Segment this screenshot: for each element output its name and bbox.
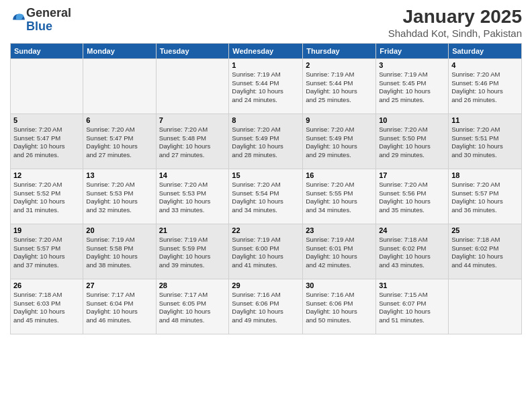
week-row-1: 1Sunrise: 7:19 AM Sunset: 5:44 PM Daylig… (11, 58, 522, 113)
calendar-cell: 12Sunrise: 7:20 AM Sunset: 5:52 PM Dayli… (11, 169, 83, 224)
day-info: Sunrise: 7:15 AM Sunset: 6:07 PM Dayligh… (379, 291, 445, 325)
day-number: 19 (13, 226, 80, 234)
calendar-cell: 6Sunrise: 7:20 AM Sunset: 5:47 PM Daylig… (83, 113, 156, 169)
calendar-cell: 5Sunrise: 7:20 AM Sunset: 5:47 PM Daylig… (11, 113, 83, 169)
day-number: 11 (451, 116, 519, 124)
day-info: Sunrise: 7:18 AM Sunset: 6:03 PM Dayligh… (13, 291, 80, 325)
logo-general: General (26, 6, 71, 19)
day-number: 7 (159, 116, 226, 124)
calendar-cell: 16Sunrise: 7:20 AM Sunset: 5:55 PM Dayli… (303, 169, 376, 224)
logo-text: General Blue (26, 7, 71, 34)
calendar-cell: 14Sunrise: 7:20 AM Sunset: 5:53 PM Dayli… (156, 169, 229, 224)
day-info: Sunrise: 7:19 AM Sunset: 5:45 PM Dayligh… (379, 71, 445, 105)
day-number: 17 (379, 171, 445, 179)
day-info: Sunrise: 7:19 AM Sunset: 6:00 PM Dayligh… (232, 236, 300, 270)
day-number: 2 (306, 61, 373, 69)
day-info: Sunrise: 7:20 AM Sunset: 5:54 PM Dayligh… (232, 181, 300, 215)
day-info: Sunrise: 7:19 AM Sunset: 5:59 PM Dayligh… (159, 236, 226, 270)
weekday-header-thursday: Thursday (303, 43, 376, 58)
day-info: Sunrise: 7:20 AM Sunset: 5:53 PM Dayligh… (86, 181, 152, 215)
weekday-header-wednesday: Wednesday (229, 43, 303, 58)
calendar-cell (449, 279, 522, 334)
calendar-subtitle: Shahdad Kot, Sindh, Pakistan (388, 28, 522, 39)
calendar-cell: 18Sunrise: 7:20 AM Sunset: 5:57 PM Dayli… (449, 169, 522, 224)
calendar-cell: 31Sunrise: 7:15 AM Sunset: 6:07 PM Dayli… (376, 279, 449, 334)
day-number: 1 (232, 61, 300, 69)
day-number: 13 (86, 171, 152, 179)
calendar-title: January 2025 (388, 7, 522, 28)
logo: General Blue (10, 7, 71, 34)
calendar-cell: 2Sunrise: 7:19 AM Sunset: 5:44 PM Daylig… (303, 58, 376, 113)
week-row-2: 5Sunrise: 7:20 AM Sunset: 5:47 PM Daylig… (11, 113, 522, 169)
day-number: 4 (451, 61, 519, 69)
weekday-header-sunday: Sunday (11, 43, 83, 58)
logo-icon (11, 11, 26, 26)
day-info: Sunrise: 7:20 AM Sunset: 5:46 PM Dayligh… (451, 71, 519, 105)
calendar-cell: 9Sunrise: 7:20 AM Sunset: 5:49 PM Daylig… (303, 113, 376, 169)
calendar-cell: 17Sunrise: 7:20 AM Sunset: 5:56 PM Dayli… (376, 169, 449, 224)
day-number: 25 (451, 226, 519, 234)
day-number: 20 (86, 226, 152, 234)
day-info: Sunrise: 7:20 AM Sunset: 5:53 PM Dayligh… (159, 181, 226, 215)
day-number: 16 (306, 171, 373, 179)
calendar-cell (83, 58, 156, 113)
weekday-header-friday: Friday (376, 43, 449, 58)
day-number: 15 (232, 171, 300, 179)
day-number: 28 (159, 281, 226, 289)
calendar-cell: 29Sunrise: 7:16 AM Sunset: 6:06 PM Dayli… (229, 279, 303, 334)
calendar-cell: 28Sunrise: 7:17 AM Sunset: 6:05 PM Dayli… (156, 279, 229, 334)
day-number: 26 (13, 281, 80, 289)
day-info: Sunrise: 7:20 AM Sunset: 5:57 PM Dayligh… (451, 181, 519, 215)
calendar-cell: 27Sunrise: 7:17 AM Sunset: 6:04 PM Dayli… (83, 279, 156, 334)
day-info: Sunrise: 7:19 AM Sunset: 5:44 PM Dayligh… (306, 71, 373, 105)
day-info: Sunrise: 7:20 AM Sunset: 5:47 PM Dayligh… (13, 126, 80, 160)
calendar-cell: 13Sunrise: 7:20 AM Sunset: 5:53 PM Dayli… (83, 169, 156, 224)
day-number: 29 (232, 281, 300, 289)
day-info: Sunrise: 7:20 AM Sunset: 5:48 PM Dayligh… (159, 126, 226, 160)
day-number: 14 (159, 171, 226, 179)
day-info: Sunrise: 7:20 AM Sunset: 5:47 PM Dayligh… (86, 126, 152, 160)
day-info: Sunrise: 7:18 AM Sunset: 6:02 PM Dayligh… (451, 236, 519, 270)
calendar-cell: 3Sunrise: 7:19 AM Sunset: 5:45 PM Daylig… (376, 58, 449, 113)
weekday-header-monday: Monday (83, 43, 156, 58)
day-info: Sunrise: 7:16 AM Sunset: 6:06 PM Dayligh… (232, 291, 300, 325)
day-info: Sunrise: 7:20 AM Sunset: 5:56 PM Dayligh… (379, 181, 445, 215)
day-info: Sunrise: 7:19 AM Sunset: 6:01 PM Dayligh… (306, 236, 373, 270)
page: General Blue January 2025 Shahdad Kot, S… (0, 0, 532, 411)
day-number: 22 (232, 226, 300, 234)
calendar-cell: 10Sunrise: 7:20 AM Sunset: 5:50 PM Dayli… (376, 113, 449, 169)
calendar-cell: 11Sunrise: 7:20 AM Sunset: 5:51 PM Dayli… (449, 113, 522, 169)
day-info: Sunrise: 7:20 AM Sunset: 5:49 PM Dayligh… (306, 126, 373, 160)
day-info: Sunrise: 7:20 AM Sunset: 5:52 PM Dayligh… (13, 181, 80, 215)
day-number: 10 (379, 116, 445, 124)
calendar-cell: 22Sunrise: 7:19 AM Sunset: 6:00 PM Dayli… (229, 224, 303, 279)
day-info: Sunrise: 7:19 AM Sunset: 5:44 PM Dayligh… (232, 71, 300, 105)
week-row-5: 26Sunrise: 7:18 AM Sunset: 6:03 PM Dayli… (11, 279, 522, 334)
day-number: 3 (379, 61, 445, 69)
day-info: Sunrise: 7:17 AM Sunset: 6:04 PM Dayligh… (86, 291, 152, 325)
day-info: Sunrise: 7:19 AM Sunset: 5:58 PM Dayligh… (86, 236, 152, 270)
calendar-cell: 7Sunrise: 7:20 AM Sunset: 5:48 PM Daylig… (156, 113, 229, 169)
day-number: 5 (13, 116, 80, 124)
day-number: 24 (379, 226, 445, 234)
day-info: Sunrise: 7:20 AM Sunset: 5:55 PM Dayligh… (306, 181, 373, 215)
weekday-header-saturday: Saturday (449, 43, 522, 58)
week-row-4: 19Sunrise: 7:20 AM Sunset: 5:57 PM Dayli… (11, 224, 522, 279)
calendar-cell: 24Sunrise: 7:18 AM Sunset: 6:02 PM Dayli… (376, 224, 449, 279)
calendar-cell: 30Sunrise: 7:16 AM Sunset: 6:06 PM Dayli… (303, 279, 376, 334)
day-info: Sunrise: 7:20 AM Sunset: 5:50 PM Dayligh… (379, 126, 445, 160)
calendar-cell: 25Sunrise: 7:18 AM Sunset: 6:02 PM Dayli… (449, 224, 522, 279)
header: General Blue January 2025 Shahdad Kot, S… (10, 7, 522, 39)
calendar-table: SundayMondayTuesdayWednesdayThursdayFrid… (10, 43, 522, 334)
calendar-cell (156, 58, 229, 113)
calendar-cell: 23Sunrise: 7:19 AM Sunset: 6:01 PM Dayli… (303, 224, 376, 279)
day-number: 18 (451, 171, 519, 179)
calendar-cell: 8Sunrise: 7:20 AM Sunset: 5:49 PM Daylig… (229, 113, 303, 169)
calendar-cell: 1Sunrise: 7:19 AM Sunset: 5:44 PM Daylig… (229, 58, 303, 113)
day-info: Sunrise: 7:18 AM Sunset: 6:02 PM Dayligh… (379, 236, 445, 270)
day-info: Sunrise: 7:20 AM Sunset: 5:57 PM Dayligh… (13, 236, 80, 270)
week-row-3: 12Sunrise: 7:20 AM Sunset: 5:52 PM Dayli… (11, 169, 522, 224)
calendar-cell: 26Sunrise: 7:18 AM Sunset: 6:03 PM Dayli… (11, 279, 83, 334)
weekday-header-row: SundayMondayTuesdayWednesdayThursdayFrid… (11, 43, 522, 58)
day-info: Sunrise: 7:16 AM Sunset: 6:06 PM Dayligh… (306, 291, 373, 325)
